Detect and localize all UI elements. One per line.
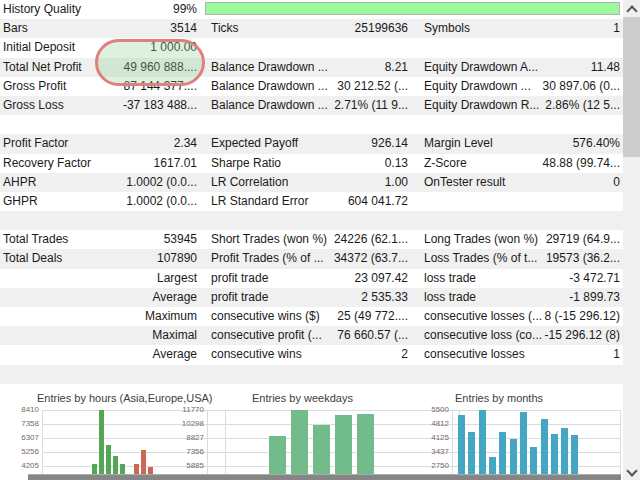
stat-value: 49 960 888.... (80, 58, 197, 77)
stat-value: Average (80, 288, 197, 307)
bar-weekdays (291, 410, 308, 480)
y-axis-tick-label: 11770 (164, 405, 204, 415)
chart-bottom-edge (28, 474, 621, 480)
chart-title-months: Entries by months (455, 392, 543, 404)
stat-value: 11.48 (508, 58, 620, 77)
stat-value: 107890 (80, 249, 197, 268)
bar-months (520, 412, 527, 480)
y-axis-tick-label: 5256 (0, 447, 39, 457)
bar-months (458, 415, 465, 480)
stat-value: 1.0002 (0.0... (80, 173, 197, 192)
stat-value: 30 897.06 (0... (508, 77, 620, 96)
y-axis-tick-label: 7358 (0, 419, 39, 429)
table-row: Total Deals107890Profit Trades (% of ...… (0, 249, 623, 268)
y-axis-tick-label: 3437 (409, 447, 449, 457)
stat-value: Maximum (80, 307, 197, 326)
stat-value: 2 535.33 (296, 288, 408, 307)
stat-value: 34372 (63.7... (296, 249, 408, 268)
table-row: Gross Profit87 144 377....Balance Drawdo… (0, 77, 623, 96)
bar-weekdays (313, 425, 330, 480)
stat-value: 2.34 (80, 134, 197, 153)
stat-value: 24226 (62.1... (296, 230, 408, 249)
scrollbar-up-button[interactable] (623, 0, 640, 17)
stat-value: 1617.01 (80, 154, 197, 173)
bar-months (468, 432, 475, 480)
table-row: Profit Factor2.34Expected Payoff926.14Ma… (0, 134, 623, 153)
chart-title-hours: Entries by hours (Asia,Europe,USA) (37, 392, 212, 404)
stat-value: 604 041.72 (296, 192, 408, 211)
table-row (0, 365, 623, 384)
y-axis-tick-label: 4205 (0, 461, 39, 471)
table-row: Averageprofit trade2 535.33loss trade-1 … (0, 288, 623, 307)
stat-value: -37 183 488... (80, 96, 197, 115)
entry-charts-panel: Entries by hours (Asia,Europe,USA)841073… (0, 384, 623, 480)
stat-value: Average (80, 345, 197, 364)
stat-value: 0 (508, 173, 620, 192)
stat-value: 2.86% (12 5... (508, 96, 620, 115)
chart-title-weekdays: Entries by weekdays (252, 392, 353, 404)
backtest-report-window: History Quality99%Bars3514Ticks25199636S… (0, 0, 640, 480)
bar-weekdays (335, 415, 352, 480)
table-row: AHPR1.0002 (0.0...LR Correlation1.00OnTe… (0, 173, 623, 192)
y-axis-tick-label: 10298 (164, 419, 204, 429)
chart-plot-months (452, 410, 621, 480)
stat-value: 3514 (80, 19, 197, 38)
table-row: Maximumconsecutive wins ($)25 (49 772...… (0, 307, 623, 326)
stat-value: 2.71% (11 9... (296, 96, 408, 115)
stat-value: -3 472.71 (508, 269, 620, 288)
table-row: Initial Deposit1 000.00 (0, 38, 623, 57)
stat-value: 19573 (36.2... (508, 249, 620, 268)
bar-months (499, 432, 506, 480)
stat-value: 1.00 (296, 173, 408, 192)
history-quality-progress-bar (205, 2, 620, 15)
bar-hours (99, 410, 104, 480)
y-axis-tick-label: 8827 (164, 433, 204, 443)
stat-value: 1 (508, 345, 620, 364)
chevron-up-icon (626, 5, 637, 16)
table-row (0, 115, 623, 134)
vertical-scrollbar[interactable] (623, 0, 640, 480)
y-axis-tick-label: 7356 (164, 447, 204, 457)
stat-value: 576.40% (508, 134, 620, 153)
stat-value: 99% (80, 0, 197, 19)
stat-value: 1 000.00 (80, 38, 197, 57)
stat-value: 8 (-15 296.12) (508, 307, 620, 326)
stat-value: -15 296.12 (8) (508, 326, 620, 345)
stat-value: 87 144 377.... (80, 77, 197, 96)
table-row: History Quality99% (0, 0, 623, 19)
y-axis-tick-label: 4125 (409, 433, 449, 443)
table-row: Total Net Profit49 960 888....Balance Dr… (0, 58, 623, 77)
statistics-table: History Quality99%Bars3514Ticks25199636S… (0, 0, 623, 384)
stat-value: 53945 (80, 230, 197, 249)
stat-value: 1 (508, 19, 620, 38)
stat-value: 8.21 (296, 58, 408, 77)
table-row: Bars3514Ticks25199636Symbols1 (0, 19, 623, 38)
chevron-down-icon (626, 465, 637, 476)
table-row: Recovery Factor1617.01Sharpe Ratio0.13Z-… (0, 154, 623, 173)
bar-months (561, 428, 568, 480)
y-axis-tick-label: 6307 (0, 433, 39, 443)
bar-months (479, 410, 486, 480)
table-row (0, 211, 623, 230)
stat-value: 926.14 (296, 134, 408, 153)
scrollbar-down-button[interactable] (623, 463, 640, 480)
stat-value: 2 (296, 345, 408, 364)
y-axis-tick-label: 8410 (0, 405, 39, 415)
stat-value: -1 899.73 (508, 288, 620, 307)
y-axis-tick-label: 5885 (164, 461, 204, 471)
stat-value: 23 097.42 (296, 269, 408, 288)
stat-value: 30 212.52 (... (296, 77, 408, 96)
y-axis-tick-label: 2750 (409, 461, 449, 471)
bar-weekdays (357, 414, 374, 480)
table-row: Averageconsecutive wins2consecutive loss… (0, 345, 623, 364)
stat-value: 48.88 (99.74... (508, 154, 620, 173)
table-row: GHPR1.0002 (0.0...LR Standard Error604 0… (0, 192, 623, 211)
stat-value: 0.13 (296, 154, 408, 173)
bar-months (541, 419, 548, 480)
table-row: Largestprofit trade23 097.42loss trade-3… (0, 269, 623, 288)
stat-value: 25 (49 772.... (296, 307, 408, 326)
stat-value: 29719 (64.9... (508, 230, 620, 249)
y-axis-tick-label: 5500 (409, 405, 449, 415)
scrollbar-thumb[interactable] (623, 17, 640, 157)
stat-value: 25199636 (296, 19, 408, 38)
